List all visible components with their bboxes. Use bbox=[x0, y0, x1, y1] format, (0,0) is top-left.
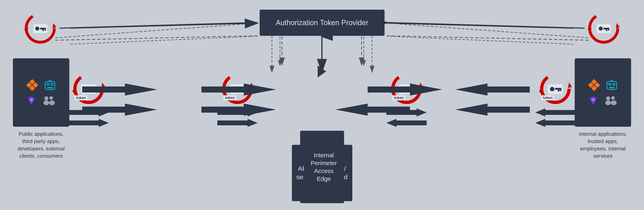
diagram-container: Authorization Token Provider bbox=[0, 0, 644, 210]
svg-marker-114 bbox=[386, 108, 427, 116]
purple-bulb-icon-right bbox=[588, 96, 598, 106]
internal-perimeter-box: Internal Perimeter Access Edge bbox=[304, 131, 344, 203]
svg-point-90 bbox=[611, 96, 615, 100]
svg-point-65 bbox=[30, 99, 33, 101]
left-arrows: token bbox=[68, 73, 109, 129]
svg-rect-80 bbox=[611, 80, 612, 82]
cyan-robot-icon-right bbox=[605, 79, 618, 92]
svg-line-131 bbox=[387, 36, 588, 40]
gray-users-icon bbox=[42, 95, 56, 106]
svg-line-4 bbox=[70, 23, 258, 28]
svg-point-77 bbox=[609, 84, 610, 85]
right-identity-top-icons bbox=[588, 79, 618, 92]
svg-rect-95 bbox=[88, 88, 95, 90]
svg-line-32 bbox=[56, 23, 257, 38]
svg-point-110 bbox=[401, 87, 406, 91]
svg-marker-98 bbox=[68, 108, 109, 116]
svg-rect-45 bbox=[603, 28, 609, 29]
svg-line-6 bbox=[70, 36, 258, 44]
svg-rect-46 bbox=[606, 29, 607, 31]
svg-point-55 bbox=[47, 84, 48, 85]
right-identity-bottom-icons bbox=[588, 95, 618, 106]
mid-right-arrows: token bbox=[386, 73, 427, 129]
svg-line-86 bbox=[596, 98, 596, 98]
token-badge-mid-right: token bbox=[392, 95, 405, 100]
svg-marker-107 bbox=[217, 119, 258, 127]
right-double-arrow bbox=[535, 108, 576, 129]
cyan-robot-icon bbox=[44, 79, 56, 92]
svg-point-38 bbox=[35, 26, 39, 30]
svg-line-130 bbox=[56, 36, 257, 40]
svg-line-129 bbox=[387, 22, 584, 28]
orange-diamond-icon-right bbox=[588, 79, 600, 92]
orange-diamond-icon bbox=[26, 79, 39, 92]
svg-rect-105 bbox=[242, 90, 244, 91]
svg-point-87 bbox=[592, 99, 594, 101]
svg-point-44 bbox=[599, 26, 603, 30]
svg-rect-41 bbox=[45, 29, 46, 30]
svg-point-66 bbox=[44, 96, 48, 100]
svg-point-69 bbox=[49, 100, 55, 105]
gray-users-icon-right bbox=[603, 95, 618, 106]
svg-rect-103 bbox=[237, 88, 244, 90]
svg-rect-82 bbox=[592, 102, 594, 103]
mid-left-arrows: token bbox=[217, 73, 258, 129]
svg-marker-99 bbox=[68, 119, 109, 127]
svg-point-88 bbox=[606, 96, 610, 100]
svg-rect-40 bbox=[42, 29, 44, 31]
svg-rect-39 bbox=[40, 28, 46, 29]
svg-rect-112 bbox=[409, 90, 411, 92]
svg-point-91 bbox=[611, 100, 616, 105]
svg-point-67 bbox=[44, 100, 49, 105]
svg-point-56 bbox=[51, 84, 52, 85]
svg-marker-115 bbox=[386, 119, 427, 127]
svg-rect-120 bbox=[558, 90, 560, 92]
right-identity-box bbox=[575, 58, 631, 127]
svg-point-68 bbox=[49, 96, 53, 100]
svg-rect-57 bbox=[47, 87, 53, 88]
left-identity-box bbox=[13, 58, 69, 127]
auth-token-label: Authorization Token Provider bbox=[276, 18, 368, 27]
svg-rect-113 bbox=[411, 90, 413, 91]
left-identity-desc: Public applications, third party apps, d… bbox=[13, 130, 69, 160]
svg-line-5 bbox=[387, 23, 574, 28]
left-double-arrow bbox=[68, 108, 109, 129]
svg-rect-119 bbox=[555, 88, 562, 90]
svg-marker-122 bbox=[535, 108, 576, 116]
svg-point-78 bbox=[613, 84, 614, 85]
svg-point-89 bbox=[605, 100, 611, 105]
svg-point-94 bbox=[83, 87, 88, 91]
left-identity-top-icons bbox=[26, 79, 56, 92]
svg-rect-104 bbox=[240, 90, 242, 92]
svg-line-64 bbox=[34, 98, 35, 98]
auth-token-provider-box: Authorization Token Provider bbox=[260, 10, 384, 36]
svg-rect-47 bbox=[608, 29, 609, 30]
svg-line-128 bbox=[60, 22, 257, 28]
svg-rect-61 bbox=[30, 103, 32, 104]
svg-rect-79 bbox=[609, 87, 614, 88]
token-badge-mid-left: token bbox=[224, 95, 236, 100]
token-badge-left: token bbox=[74, 95, 88, 100]
svg-point-102 bbox=[232, 87, 236, 91]
token-badge-right-mid: token bbox=[541, 95, 554, 100]
right-identity-desc: Internal applications, trusted apps, emp… bbox=[575, 130, 631, 160]
token-icon-top-left bbox=[24, 12, 56, 44]
svg-line-85 bbox=[590, 98, 591, 98]
right-arrows: token bbox=[535, 73, 576, 129]
svg-marker-123 bbox=[535, 119, 576, 127]
svg-rect-60 bbox=[30, 102, 33, 103]
svg-rect-58 bbox=[49, 80, 51, 82]
token-icon-top-right bbox=[588, 12, 620, 44]
purple-bulb-icon bbox=[26, 96, 37, 106]
svg-point-118 bbox=[550, 87, 554, 91]
left-identity-bottom-icons bbox=[26, 95, 56, 106]
svg-rect-96 bbox=[91, 90, 93, 92]
mid-right-arrows-svg bbox=[386, 108, 427, 129]
mid-left-double-arrow bbox=[217, 108, 258, 129]
svg-rect-97 bbox=[94, 90, 95, 91]
svg-line-7 bbox=[387, 36, 574, 44]
svg-line-33 bbox=[387, 23, 588, 38]
svg-line-63 bbox=[28, 98, 29, 98]
svg-rect-121 bbox=[560, 90, 562, 91]
svg-rect-83 bbox=[592, 103, 594, 104]
